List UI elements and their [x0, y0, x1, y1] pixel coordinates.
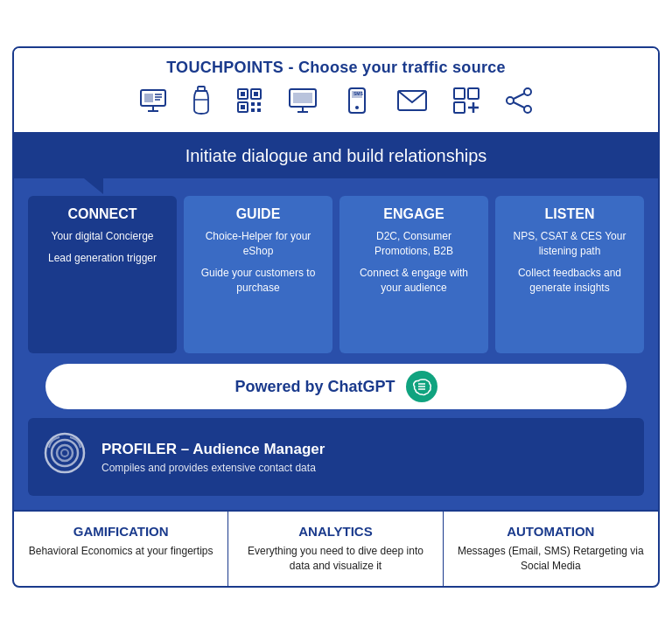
touchpoints-icons: SMS	[28, 86, 644, 120]
svg-text:SMS: SMS	[354, 91, 364, 96]
column-engage: ENGAGE D2C, Consumer Promotions, B2B Con…	[340, 196, 488, 353]
svg-line-36	[514, 94, 524, 99]
guide-line1: Choice-Helper for your eShop	[192, 229, 324, 259]
share-icon	[505, 87, 533, 119]
bottom-gamification: GAMIFICATION Behavioral Economics at you…	[14, 512, 228, 586]
bottom-analytics: ANALYTICS Everything you need to dive de…	[228, 512, 443, 586]
svg-point-26	[355, 106, 359, 109]
svg-point-33	[524, 88, 531, 95]
analytics-title: ANALYTICS	[242, 524, 428, 539]
guide-line2: Guide your customers to purchase	[192, 266, 324, 296]
profiler-subtitle: Compiles and provides extensive contact …	[102, 462, 325, 474]
svg-point-43	[57, 445, 73, 461]
chatgpt-logo-icon	[406, 371, 438, 402]
listen-line1: NPS, CSAT & CES Your listening path	[504, 229, 635, 259]
svg-rect-30	[454, 102, 465, 113]
svg-line-37	[514, 102, 524, 108]
svg-rect-16	[257, 102, 261, 106]
four-columns: CONNECT Your digital Concierge Lead gene…	[28, 196, 644, 353]
gamification-text: Behavioral Economics at your fingertips	[28, 544, 214, 559]
profiler-icon	[42, 430, 88, 484]
svg-rect-17	[251, 108, 255, 112]
bottom-automation: AUTOMATION Messages (Email, SMS) Retarge…	[444, 512, 658, 586]
qr-code-icon	[235, 87, 263, 119]
connect-line1: Your digital Concierge	[37, 229, 168, 244]
svg-point-35	[524, 106, 531, 113]
svg-point-44	[61, 449, 68, 456]
content-area: CONNECT Your digital Concierge Lead gene…	[14, 178, 658, 510]
column-listen: LISTEN NPS, CSAT & CES Your listening pa…	[495, 196, 644, 353]
analytics-text: Everything you need to dive deep into da…	[242, 544, 428, 574]
chatgpt-bar: Powered by ChatGPT	[46, 364, 626, 409]
touchpoints-section: TOUCHPOINTS - Choose your traffic source	[14, 48, 658, 134]
column-connect: CONNECT Your digital Concierge Lead gene…	[28, 196, 177, 353]
chatgpt-label: Powered by ChatGPT	[234, 378, 395, 396]
profiler-title: PROFILER – Audience Manager	[102, 441, 325, 458]
engage-title: ENGAGE	[348, 206, 480, 222]
bottom-section: GAMIFICATION Behavioral Economics at you…	[14, 510, 658, 586]
touchpoints-title: TOUCHPOINTS - Choose your traffic source	[28, 59, 644, 77]
email-icon	[396, 88, 428, 117]
listen-title: LISTEN	[504, 206, 635, 222]
svg-rect-3	[144, 94, 153, 102]
column-guide: GUIDE Choice-Helper for your eShop Guide…	[184, 196, 332, 353]
svg-rect-15	[251, 102, 255, 106]
gamification-title: GAMIFICATION	[28, 524, 214, 539]
svg-point-34	[507, 97, 514, 104]
guide-title: GUIDE	[192, 206, 324, 222]
engage-line2: Connect & engage with your audience	[348, 266, 480, 296]
main-container: TOUCHPOINTS - Choose your traffic source	[12, 46, 660, 588]
svg-rect-10	[241, 92, 245, 96]
svg-rect-22	[293, 93, 312, 103]
engage-line1: D2C, Consumer Promotions, B2B	[348, 229, 480, 259]
bottle-icon	[192, 86, 211, 120]
connect-line2: Lead generation trigger	[37, 251, 168, 266]
listen-line2: Collect feedbacks and generate insights	[504, 266, 635, 296]
svg-rect-14	[241, 105, 245, 109]
svg-rect-28	[454, 88, 465, 99]
dialogue-text: Initiate dialogue and build relationship…	[186, 146, 487, 165]
profiler-section: PROFILER – Audience Manager Compiles and…	[28, 418, 644, 496]
automation-text: Messages (Email, SMS) Retargeting via So…	[458, 544, 644, 574]
profiler-text-area: PROFILER – Audience Manager Compiles and…	[102, 441, 325, 474]
desktop-icon	[288, 87, 318, 119]
display-ad-icon	[139, 87, 167, 119]
sms-icon: SMS	[342, 87, 372, 119]
svg-rect-29	[468, 88, 479, 99]
svg-point-42	[52, 440, 78, 466]
dialogue-banner: Initiate dialogue and build relationship…	[14, 134, 658, 178]
connect-title: CONNECT	[37, 206, 168, 222]
automation-title: AUTOMATION	[458, 524, 644, 539]
svg-rect-12	[254, 92, 258, 96]
svg-rect-18	[257, 108, 261, 112]
grid-plus-icon	[452, 87, 480, 119]
